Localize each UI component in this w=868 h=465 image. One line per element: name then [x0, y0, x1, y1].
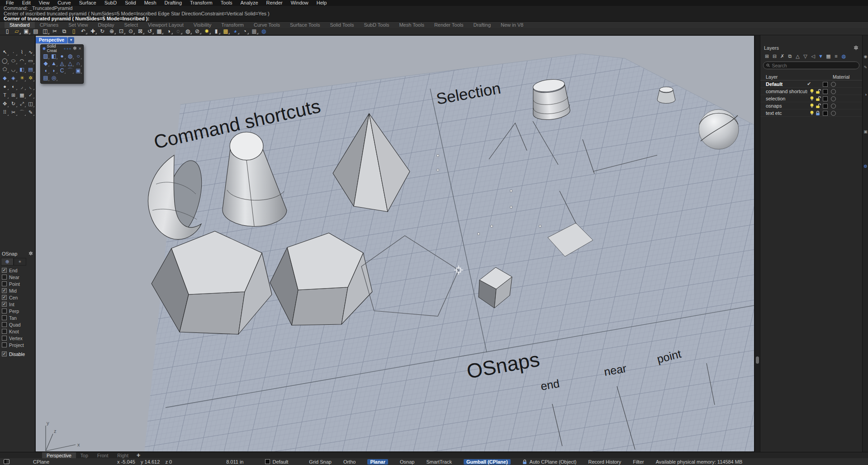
menu-window[interactable]: Window — [287, 0, 313, 6]
arc-tool-icon[interactable]: ◠ — [18, 57, 26, 65]
print-icon[interactable]: ▤ — [31, 28, 40, 35]
menu-tools[interactable]: Tools — [217, 0, 237, 6]
open-file-icon[interactable]: ▱ — [12, 28, 21, 35]
ellipse-tool-icon[interactable]: ⬭ — [9, 57, 18, 65]
rectangle-tool-icon[interactable]: ▭ — [26, 57, 35, 65]
scrollbar-thumb[interactable] — [756, 356, 759, 364]
smarttrack-icon[interactable]: ✹ — [202, 28, 211, 35]
current-layer-chip[interactable]: Default — [265, 459, 288, 465]
tab-subd-tools[interactable]: SubD Tools — [359, 22, 394, 28]
layer-visibility-bulb-icon[interactable] — [810, 96, 814, 102]
checkbox-icon[interactable] — [2, 322, 7, 327]
solid-box-tool-icon[interactable]: ◆ — [0, 74, 9, 82]
layer-lock-icon[interactable] — [816, 96, 821, 102]
command-prompt[interactable]: Corner of truncated pyramid ( NumSides=5… — [0, 16, 868, 22]
solid-sphere-tool-icon[interactable]: ◈ — [9, 74, 18, 82]
tab-solid-tools[interactable]: Solid Tools — [325, 22, 359, 28]
checkbox-icon[interactable] — [2, 342, 7, 347]
viewport-title[interactable]: Perspective ▼ — [35, 37, 74, 43]
tab-set-view[interactable]: Set View — [63, 22, 93, 28]
viewport-menu-arrow-icon[interactable]: ▼ — [68, 37, 74, 43]
pipe-icon[interactable]: C — [58, 67, 66, 74]
menu-edit[interactable]: Edit — [18, 0, 35, 6]
layer-search-box[interactable] — [763, 62, 859, 69]
menu-subd[interactable]: SubD — [100, 0, 121, 6]
layer-name[interactable]: text etc — [760, 110, 807, 116]
save-icon[interactable]: ▣ — [22, 28, 31, 35]
layer-lock-icon[interactable] — [816, 103, 821, 109]
material-column-header[interactable]: Material — [829, 74, 849, 80]
sphere-icon[interactable]: ● — [58, 52, 66, 60]
tab-curve-tools[interactable]: Curve Tools — [249, 22, 285, 28]
layer-color-swatch[interactable] — [823, 96, 828, 101]
tab-mesh-tools[interactable]: Mesh Tools — [394, 22, 429, 28]
earth-icon[interactable]: ◍ — [259, 28, 268, 35]
analyze-tool-icon[interactable]: ✎ — [26, 108, 35, 117]
layer-lock-icon[interactable] — [816, 110, 820, 117]
trim-tool-icon[interactable]: ✂ — [9, 108, 18, 117]
menu-transform[interactable]: Transform — [186, 0, 217, 6]
new-file-icon[interactable]: ▯ — [3, 28, 12, 35]
curve-tool-icon[interactable]: ∿ — [26, 48, 35, 57]
menu-mesh[interactable]: Mesh — [140, 0, 161, 6]
toggle-auto-cplane-object-[interactable]: Auto CPlane (Object) — [530, 459, 577, 465]
viewport-canvas[interactable]: Command shortcuts Selection OSnaps end n… — [36, 36, 754, 452]
checkbox-icon[interactable] — [2, 281, 7, 286]
layer-color-swatch[interactable] — [823, 89, 828, 94]
viewport-tab-right[interactable]: Right — [113, 452, 133, 459]
layer-lock-icon[interactable] — [816, 89, 821, 95]
checkbox-icon[interactable] — [2, 329, 7, 334]
layer-column-header[interactable]: Layer — [760, 74, 829, 80]
zoom-selected-icon[interactable]: ⊙ — [126, 28, 135, 35]
checkbox-icon[interactable] — [2, 275, 7, 280]
halfcircle-tool-icon[interactable]: ◐ — [9, 82, 18, 91]
tab-cplanes[interactable]: CPlanes — [35, 22, 64, 28]
tab-visibility[interactable]: Visibility — [189, 22, 217, 28]
list-view-icon[interactable]: ≡ — [832, 53, 840, 59]
explode-tool-icon[interactable]: ✲ — [26, 74, 35, 82]
layer-name[interactable]: Default — [760, 81, 807, 87]
render-icon[interactable]: ◕ — [231, 28, 240, 35]
zoom-icon[interactable]: ⊕ — [107, 28, 116, 35]
cylinder-icon[interactable]: ◖ — [42, 67, 50, 74]
layer-row-default[interactable]: Default✔ — [760, 81, 862, 88]
sphere-shape[interactable] — [699, 109, 739, 149]
rotate-view-icon[interactable]: ↻ — [98, 28, 107, 35]
pan-icon[interactable]: ✚ — [88, 28, 97, 35]
hatch-icon[interactable]: ▩ — [250, 28, 259, 35]
pyramid-icon[interactable]: ◆ — [42, 60, 50, 67]
osnap-project[interactable]: Project — [0, 342, 35, 348]
hide-object-icon[interactable]: ⊘ — [193, 28, 202, 35]
layer-material-icon[interactable] — [831, 96, 836, 101]
solid-panel-gear-icon[interactable] — [73, 46, 77, 51]
scale-tool-icon[interactable]: ⤢ — [18, 100, 26, 108]
lock-object-icon[interactable]: ▮ — [212, 28, 221, 35]
layer-name[interactable]: selection — [760, 96, 807, 101]
menu-drafting[interactable]: Drafting — [161, 0, 186, 6]
toggle-filter[interactable]: Filter — [633, 459, 644, 465]
mirror-tool-icon[interactable]: ◫ — [26, 100, 35, 108]
tab-display[interactable]: Display — [93, 22, 119, 28]
osnap-cen[interactable]: ✓Cen — [0, 294, 35, 301]
rotate-tool-icon[interactable]: ↻ — [9, 100, 18, 108]
dim-tool-icon[interactable]: ⊞ — [9, 91, 18, 100]
cut-ic[interactable]: ✂ — [50, 28, 59, 35]
viewport-tab-front[interactable]: Front — [93, 452, 113, 459]
paraboloid-icon[interactable]: ○ — [74, 52, 82, 60]
layer-color-swatch[interactable] — [823, 111, 828, 116]
new-sublayer-icon[interactable]: ⊟ — [771, 53, 778, 59]
layer-row-selection[interactable]: selection — [760, 95, 862, 102]
viewport-tab-top[interactable]: Top — [76, 452, 93, 459]
monitor-panel-icon[interactable]: ▣ — [863, 129, 868, 134]
menu-render[interactable]: Render — [262, 0, 287, 6]
duplicate-layer-icon[interactable]: ⧉ — [786, 53, 794, 59]
truncated-cone-small[interactable] — [657, 87, 675, 103]
command-history[interactable]: Command: _TruncatedPyramid Center of ins… — [0, 6, 868, 22]
checkbox-icon[interactable] — [2, 308, 7, 313]
tab-select[interactable]: Select — [119, 22, 143, 28]
delete-layer-icon[interactable]: ✗ — [778, 53, 786, 59]
checkbox-icon[interactable]: ✓ — [2, 288, 7, 293]
web-panel-icon[interactable]: ◍ — [863, 164, 868, 168]
osnap-vertex[interactable]: Vertex — [0, 335, 35, 342]
osnap-gear-icon[interactable] — [28, 251, 33, 256]
